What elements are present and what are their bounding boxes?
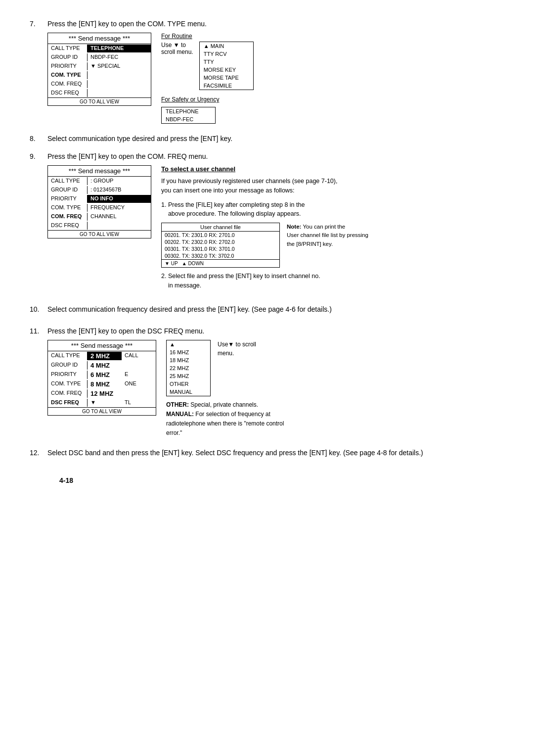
menu-tty: TTY xyxy=(200,58,253,66)
safety-menu: TELEPHONE NBDP-FEC xyxy=(161,107,216,124)
step-7-content: Press the [ENT] key to open the COM. TYP… xyxy=(47,20,504,124)
smr-dscfreq-7: DSC FREQ xyxy=(48,89,151,97)
sm-val-call: CALL xyxy=(122,352,156,360)
step-7-panels: *** Send message *** CALL TYPE TELEPHONE… xyxy=(47,33,504,124)
smr-comtype-11: COM. TYPE 8 MHZ ONE xyxy=(48,379,156,389)
step-10: 10. Select communication frequency desir… xyxy=(30,305,504,318)
sm-val-6mhz: 6 MHZ xyxy=(88,371,122,379)
step9-right: To select a user channel If you have pre… xyxy=(161,165,504,294)
sm-label-dscfreq-7: DSC FREQ xyxy=(48,89,88,97)
ucf-row-4: 00302. TX: 3302.0 TX: 3702.0 xyxy=(162,252,279,259)
step-9: 9. Press the [ENT] key to open the COM. … xyxy=(30,152,504,294)
substep-1: 1. Press the [FILE] key after completing… xyxy=(161,200,504,219)
go-to-all-view-11: GO TO ALL VIEW xyxy=(48,407,156,415)
safety-telephone: TELEPHONE xyxy=(162,107,215,115)
send-msg-title-11: *** Send message *** xyxy=(48,340,156,351)
sm-label-calltype-9: CALL TYPE xyxy=(48,177,88,185)
ucf-title: User channel file xyxy=(162,223,279,232)
send-msg-title-7: *** Send message *** xyxy=(48,33,151,44)
smr-priority-9: PRIORITY NO INFO xyxy=(48,194,151,203)
sm-val-tl: TL xyxy=(122,399,156,407)
freq-other: OTHER xyxy=(167,380,210,388)
go-to-all-view-7: GO TO ALL VIEW xyxy=(48,97,151,105)
step-12: 12. Select DSC band and then press the [… xyxy=(30,449,504,462)
step-9-content: Press the [ENT] key to open the COM. FRE… xyxy=(47,152,504,294)
use-scroll-text-11: Use▼ to scrollmenu. xyxy=(218,340,256,358)
smr-priority-11: PRIORITY 6 MHZ E xyxy=(48,370,156,379)
send-msg-panel-11: *** Send message *** CALL TYPE 2 MHZ CAL… xyxy=(47,340,156,416)
step-8: 8. Select communication type desired and… xyxy=(30,135,504,147)
for-safety-section: For Safety or Urgency TELEPHONE NBDP-FEC xyxy=(161,96,254,124)
step-11-content: Press the [ENT] key to open the DSC FREQ… xyxy=(47,327,504,438)
sm-label-dscfreq-9: DSC FREQ xyxy=(48,222,88,230)
freq-25mhz: 25 MHZ xyxy=(167,372,210,380)
step-9-number: 9. xyxy=(30,152,47,160)
sm-label-ct2-11: COM. TYPE xyxy=(48,380,88,388)
sm-val-12mhz: 12 MHZ xyxy=(88,389,122,398)
send-msg-panel-7: *** Send message *** CALL TYPE TELEPHONE… xyxy=(47,33,151,106)
ucf-row-2: 00202. TX: 2302.0 RX: 2702.0 xyxy=(162,238,279,245)
sm-val-e: E xyxy=(122,371,156,379)
menu-facsimile: FACSIMILE xyxy=(200,82,253,90)
menu-main: ▲ MAIN xyxy=(200,42,253,50)
step-11-text: Press the [ENT] key to open the DSC FREQ… xyxy=(47,327,504,335)
sm-label-groupid-9: GROUP ID xyxy=(48,186,88,194)
sm-val-cf-empty xyxy=(122,389,156,398)
step-12-text: Select DSC band and then press the [ENT]… xyxy=(47,449,504,457)
freq-16mhz: 16 MHZ xyxy=(167,348,210,356)
ucf-area: User channel file 00201. TX: 2301.0 RX: … xyxy=(161,223,504,268)
for-routine-section: For Routine Use ▼ toscroll menu. ▲ MAIN … xyxy=(161,33,254,90)
step-9-panels: *** Send message *** CALL TYPE : GROUP G… xyxy=(47,165,504,294)
step11-right: ▲ 16 MHZ 18 MHZ 22 MHZ 25 MHZ OTHER MANU… xyxy=(166,340,284,438)
freq-manual: MANUAL xyxy=(167,388,210,396)
routine-menu: ▲ MAIN TTY RCV TTY MORSE KEY MORSE TAPE … xyxy=(199,42,254,90)
sm-value-groupid-7: NBDP-FEC xyxy=(88,53,151,61)
step7-right-panels: For Routine Use ▼ toscroll menu. ▲ MAIN … xyxy=(161,33,254,124)
smr-priority-7: PRIORITY ▼ SPECIAL xyxy=(48,62,151,71)
sm-value-dscfreq-7 xyxy=(88,89,151,97)
step-10-number: 10. xyxy=(30,305,47,313)
freq-18mhz: 18 MHZ xyxy=(167,356,210,364)
sm-label-df-11: DSC FREQ xyxy=(48,399,88,407)
sm-label-comtype-9: COM. TYPE xyxy=(48,204,88,212)
step-8-content: Select communication type desired and pr… xyxy=(47,135,504,147)
use-text-7: Use ▼ toscroll menu. xyxy=(161,42,193,55)
smr-groupid-9: GROUP ID : 01234567B xyxy=(48,186,151,194)
sm-value-comfreq-7 xyxy=(88,80,151,88)
step-10-text: Select communication frequency desired a… xyxy=(47,305,504,313)
step-7-text: Press the [ENT] key to open the COM. TYP… xyxy=(47,20,504,28)
sm-value-priority-7: ▼ SPECIAL xyxy=(88,62,151,70)
user-channel-desc: If you have previously registered user c… xyxy=(161,177,504,195)
smr-comtype-9: COM. TYPE FREQUENCY xyxy=(48,203,151,212)
sm-label-priority-9: PRIORITY xyxy=(48,195,88,203)
sm-label-priority-7: PRIORITY xyxy=(48,62,88,70)
ucf-table: User channel file 00201. TX: 2301.0 RX: … xyxy=(161,223,280,268)
page-number: 4-18 xyxy=(59,476,534,484)
smr-comtype-7: COM. TYPE xyxy=(48,71,151,80)
sm-val-8mhz: 8 MHZ xyxy=(88,380,122,388)
smr-groupid-11: GROUP ID 4 MHZ xyxy=(48,361,156,370)
smr-dscfreq-11: DSC FREQ ▼ TL xyxy=(48,398,156,407)
send-msg-panel-9: *** Send message *** CALL TYPE : GROUP G… xyxy=(47,165,151,238)
smr-comfreq-9: COM. FREQ CHANNEL xyxy=(48,212,151,221)
sm-value-comtype-9: FREQUENCY xyxy=(88,204,151,212)
smr-calltype-9: CALL TYPE : GROUP xyxy=(48,177,151,186)
step9-left: *** Send message *** CALL TYPE : GROUP G… xyxy=(47,165,151,238)
sm-label-cf-11: COM. FREQ xyxy=(48,389,88,398)
step-8-number: 8. xyxy=(30,135,47,142)
send-msg-title-9: *** Send message *** xyxy=(48,166,151,177)
smr-dscfreq-9: DSC FREQ xyxy=(48,221,151,230)
sm-label-ct-11: CALL TYPE xyxy=(48,352,88,360)
smr-groupid-7: GROUP ID NBDP-FEC xyxy=(48,53,151,62)
sm-value-dscfreq-9 xyxy=(88,222,151,230)
freq-list-panel: ▲ 16 MHZ 18 MHZ 22 MHZ 25 MHZ OTHER MANU… xyxy=(166,340,211,396)
sm-value-groupid-9: : 01234567B xyxy=(88,186,151,194)
sm-val-gi-empty xyxy=(122,361,156,370)
smr-calltype-7: CALL TYPE TELEPHONE xyxy=(48,44,151,53)
for-routine-label: For Routine xyxy=(161,33,254,40)
smr-comfreq-11: COM. FREQ 12 MHZ xyxy=(48,389,156,398)
freq-22mhz: 22 MHZ xyxy=(167,364,210,372)
ucf-note: Note: You can print theUser channel file… xyxy=(287,223,368,248)
sm-val-4mhz: 4 MHZ xyxy=(88,361,122,370)
substep-2: 2. Select file and press the [ENT] key t… xyxy=(161,272,504,290)
